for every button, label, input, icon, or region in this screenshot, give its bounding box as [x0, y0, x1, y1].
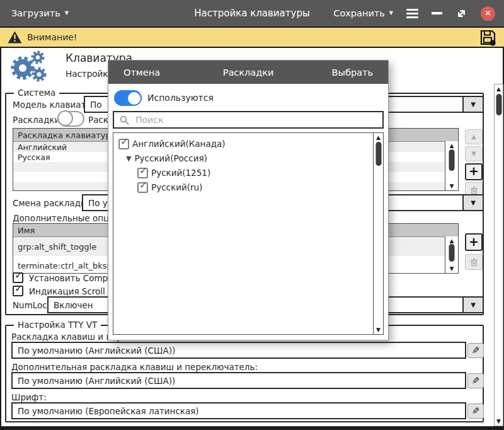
- save-menu-button[interactable]: Сохранить ▼: [333, 8, 393, 18]
- layouts-label: Раскладки:: [13, 115, 63, 125]
- trash-icon: [470, 257, 478, 267]
- window-bottom-border: [0, 426, 504, 430]
- plus-icon: +: [469, 236, 479, 248]
- scrollbar-thumb[interactable]: [449, 244, 455, 262]
- dropdown-arrow-icon[interactable]: ▼: [462, 195, 483, 210]
- layouts-dialog-header: Отмена Раскладки Выбрать: [108, 61, 388, 84]
- select-button[interactable]: Выбрать: [332, 67, 373, 78]
- scrollbar-thumb[interactable]: [449, 149, 455, 171]
- tty-extra-layout-field[interactable]: [11, 372, 466, 389]
- tree-item-label: Руский(1251): [151, 168, 210, 178]
- search-icon: [120, 115, 129, 125]
- maximize-icon[interactable]: [455, 8, 467, 20]
- save-menu-label: Сохранить: [333, 8, 385, 18]
- checkbox-checked-icon[interactable]: ✓: [137, 168, 148, 178]
- search-input[interactable]: [134, 114, 377, 125]
- tree-scrollbar[interactable]: ▲ ▼: [373, 133, 383, 334]
- pencil-icon: ✎: [472, 375, 480, 386]
- system-group-legend: Система: [14, 88, 59, 98]
- in-use-toggle-label: Используются: [147, 93, 214, 103]
- tree-item[interactable]: ✓ Руский(1251): [137, 166, 210, 180]
- tty-layout-label: Раскладка клавиш и пер: [11, 332, 122, 342]
- chevron-down-icon: ▼: [65, 11, 69, 16]
- layouts-table-scrollbar[interactable]: ▲ ▼: [445, 141, 458, 190]
- gears-icon: [6, 50, 47, 83]
- close-glyph: ✕: [484, 9, 491, 18]
- layouts-tree: ✓ Английский(Канада) ▼ Русский(Россия) ✓…: [113, 132, 384, 335]
- save-file-icon[interactable]: [479, 29, 496, 46]
- tree-item-label: Русский(ru): [151, 182, 202, 192]
- window-title: Настройка клавиатуры: [194, 8, 310, 19]
- checkbox-checked-icon[interactable]: ✓: [137, 182, 148, 193]
- arrow-down-icon: ▼: [471, 151, 476, 157]
- layouts-toggle[interactable]: [58, 111, 84, 127]
- scroll-up-icon[interactable]: ▲: [445, 238, 458, 244]
- cancel-button[interactable]: Отмена: [123, 67, 160, 78]
- arrow-up-icon: ▲: [471, 134, 476, 140]
- dialog-title: Раскладки: [223, 67, 274, 78]
- menu-icon[interactable]: [406, 7, 418, 20]
- warning-text: Внимание!: [27, 32, 77, 42]
- pencil-icon: ✎: [472, 345, 480, 356]
- compose-checkbox-row[interactable]: ✓ Установить Compose: [13, 272, 123, 283]
- plus-icon: +: [469, 165, 479, 177]
- scroll-down-icon[interactable]: ▼: [445, 183, 458, 189]
- checkbox-checked-icon[interactable]: ✓: [13, 286, 23, 296]
- close-icon[interactable]: ✕: [481, 6, 495, 21]
- checkbox-checked-icon[interactable]: ✓: [13, 272, 23, 283]
- scroll-up-icon[interactable]: ▲: [445, 142, 458, 149]
- tree-item-label: Русский(Россия): [134, 153, 207, 163]
- scroll-up-icon[interactable]: ▲: [374, 134, 383, 141]
- title-bar: Загрузить ▼ Настройка клавиатуры Сохрани…: [0, 0, 504, 26]
- scroll-up-icon[interactable]: ▲: [495, 86, 503, 92]
- toggle-knob: [57, 110, 73, 126]
- add-option-button[interactable]: +: [465, 233, 483, 251]
- extra-options-label: Дополнительные опции:: [13, 213, 123, 223]
- options-table-scrollbar[interactable]: ▲ ▼: [445, 236, 458, 273]
- edit-tty-font-button[interactable]: ✎: [467, 404, 484, 419]
- tree-item[interactable]: ✓ Русский(ru): [137, 180, 202, 194]
- tree-item[interactable]: ✓ Английский(Канада): [118, 137, 226, 151]
- tty-vt-group-legend: Настройка TTY VT: [14, 320, 101, 330]
- scroll-down-icon[interactable]: ▼: [374, 327, 383, 333]
- edit-tty-extra-layout-button[interactable]: ✎: [467, 373, 484, 388]
- keyboard-settings-window: Загрузить ▼ Настройка клавиатуры Сохрани…: [0, 0, 504, 430]
- tty-font-field[interactable]: [11, 402, 466, 419]
- scrollbar-thumb[interactable]: [496, 94, 501, 115]
- trash-icon: [470, 185, 478, 195]
- minimize-icon[interactable]: [432, 12, 442, 15]
- tty-font-label: Шрифт:: [11, 392, 47, 402]
- search-box: [113, 111, 384, 129]
- expanded-triangle-icon[interactable]: ▼: [126, 155, 131, 162]
- tree-item-label: Английский(Канада): [132, 139, 226, 149]
- scroll-down-icon[interactable]: ▼: [445, 265, 458, 272]
- dropdown-arrow-icon[interactable]: ▼: [462, 298, 483, 312]
- tty-extra-layout-label: Дополнительная раскладка клавиш и перекл…: [11, 362, 258, 372]
- in-use-toggle[interactable]: [114, 90, 142, 106]
- pencil-icon: ✎: [472, 405, 480, 417]
- warning-bar: Внимание!: [0, 26, 504, 48]
- window-scrollbar[interactable]: ▲ ▼: [494, 84, 503, 426]
- scroll-down-icon[interactable]: ▼: [495, 418, 503, 424]
- delete-option-button[interactable]: [465, 254, 483, 270]
- scrollbar-thumb[interactable]: [375, 142, 381, 166]
- move-up-button[interactable]: ▲: [465, 129, 483, 144]
- window-controls: Сохранить ▼ ✕: [333, 6, 495, 21]
- window-left-border: [0, 48, 1, 426]
- tty-layout-field[interactable]: [11, 342, 466, 359]
- load-menu-label: Загрузить: [11, 8, 60, 18]
- dropdown-arrow-icon[interactable]: ▼: [462, 97, 483, 112]
- toggle-knob: [128, 92, 140, 105]
- warning-icon: [8, 31, 22, 44]
- chevron-down-icon: ▼: [389, 11, 393, 16]
- load-menu-button[interactable]: Загрузить ▼: [11, 8, 69, 18]
- checkbox-checked-icon[interactable]: ✓: [118, 139, 129, 149]
- edit-tty-layout-button[interactable]: ✎: [467, 343, 484, 358]
- layouts-dialog: Отмена Раскладки Выбрать Используются ✓ …: [108, 60, 389, 340]
- tree-item[interactable]: ▼ Русский(Россия): [126, 151, 207, 165]
- move-down-button[interactable]: ▼: [465, 146, 483, 161]
- add-layout-button[interactable]: +: [465, 163, 483, 180]
